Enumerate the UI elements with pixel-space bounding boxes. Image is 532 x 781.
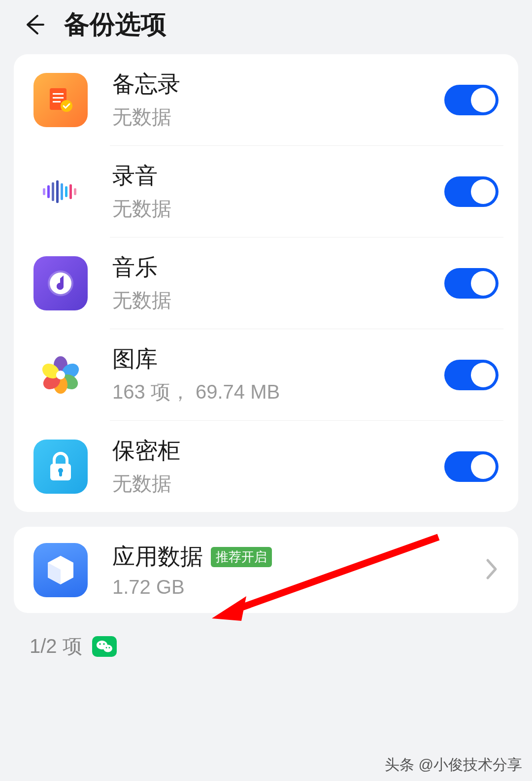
svg-point-22 — [56, 371, 65, 379]
footer: 1/2 项 — [0, 628, 532, 665]
selection-count: 1/2 项 — [30, 633, 82, 660]
svg-rect-11 — [69, 184, 72, 199]
item-title: 备忘录 — [112, 69, 444, 100]
svg-point-28 — [99, 643, 101, 645]
toggle-music[interactable] — [444, 268, 499, 299]
svg-point-29 — [103, 643, 105, 645]
item-title: 图库 — [112, 344, 444, 374]
item-subtitle: 无数据 — [112, 470, 444, 497]
item-text: 应用数据 推荐开启 1.72 GB — [112, 542, 486, 598]
item-text: 保密柜 无数据 — [112, 436, 444, 497]
list-item-music[interactable]: 音乐 无数据 — [14, 238, 518, 329]
item-subtitle: 1.72 GB — [112, 576, 486, 598]
svg-rect-5 — [43, 188, 45, 195]
svg-point-31 — [108, 647, 110, 648]
svg-point-30 — [105, 647, 107, 648]
toggle-voice[interactable] — [444, 176, 499, 207]
item-subtitle: 无数据 — [112, 287, 444, 314]
svg-rect-6 — [47, 185, 50, 198]
svg-rect-3 — [53, 101, 61, 102]
item-subtitle: 无数据 — [112, 103, 444, 131]
app-data-icon — [33, 543, 88, 597]
svg-rect-7 — [52, 182, 54, 201]
page-title: 备份选项 — [64, 7, 166, 42]
list-item-gallery[interactable]: 图库 163 项， 69.74 MB — [14, 329, 518, 420]
lock-icon — [33, 440, 88, 494]
item-title: 应用数据 — [112, 542, 203, 572]
item-text: 备忘录 无数据 — [112, 69, 444, 131]
list-item-vault[interactable]: 保密柜 无数据 — [14, 421, 518, 512]
item-title: 保密柜 — [112, 436, 444, 466]
recommended-badge: 推荐开启 — [211, 547, 272, 567]
svg-point-15 — [57, 283, 64, 290]
svg-rect-1 — [53, 93, 64, 95]
header: 备份选项 — [0, 0, 532, 49]
list-item-voice[interactable]: 录音 无数据 — [14, 146, 518, 237]
chevron-right-icon — [486, 558, 499, 582]
item-text: 音乐 无数据 — [112, 252, 444, 314]
svg-rect-10 — [65, 186, 67, 197]
svg-rect-8 — [56, 180, 59, 203]
voice-recorder-icon — [33, 165, 88, 219]
svg-rect-9 — [61, 183, 63, 200]
wechat-icon — [92, 636, 117, 657]
svg-rect-25 — [59, 472, 62, 476]
back-button[interactable] — [20, 10, 49, 39]
music-icon — [33, 256, 88, 310]
gallery-icon — [33, 348, 88, 402]
toggle-gallery[interactable] — [444, 360, 499, 390]
svg-rect-2 — [53, 97, 64, 99]
toggle-notes[interactable] — [444, 85, 499, 115]
item-subtitle: 163 项， 69.74 MB — [112, 378, 444, 406]
arrow-left-icon — [23, 13, 46, 36]
item-title: 音乐 — [112, 252, 444, 283]
list-item-app-data[interactable]: 应用数据 推荐开启 1.72 GB — [14, 527, 518, 613]
toggle-vault[interactable] — [444, 451, 499, 482]
item-text: 录音 无数据 — [112, 161, 444, 222]
item-text: 图库 163 项， 69.74 MB — [112, 344, 444, 406]
svg-point-27 — [103, 645, 112, 652]
item-title: 录音 — [112, 161, 444, 191]
watermark: 头条 @小俊技术分享 — [385, 755, 522, 775]
backup-items-card: 备忘录 无数据 录音 无数据 — [14, 54, 518, 512]
notes-icon — [33, 73, 88, 127]
list-item-notes[interactable]: 备忘录 无数据 — [14, 54, 518, 145]
app-data-card: 应用数据 推荐开启 1.72 GB — [14, 527, 518, 613]
item-subtitle: 无数据 — [112, 195, 444, 222]
svg-rect-12 — [74, 188, 76, 195]
